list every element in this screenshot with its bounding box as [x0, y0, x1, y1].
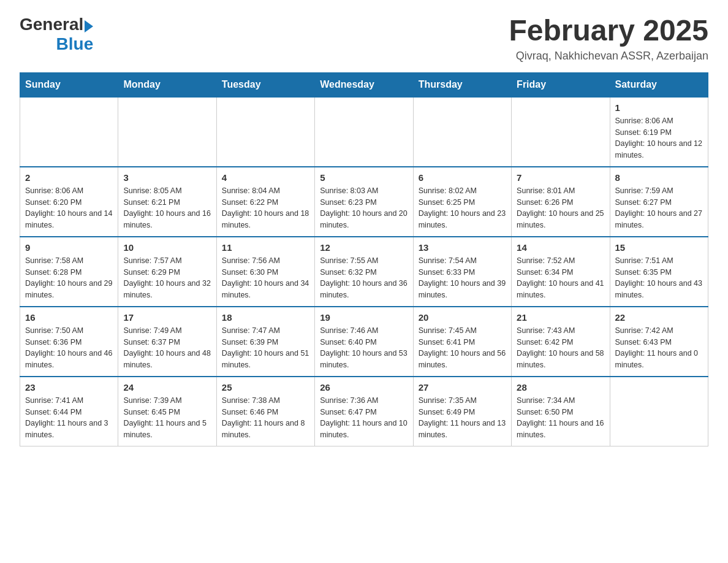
calendar-cell: 27Sunrise: 7:35 AMSunset: 6:49 PMDayligh… [413, 377, 511, 446]
logo-arrow-icon [85, 20, 93, 33]
day-info: Sunrise: 7:46 AMSunset: 6:40 PMDaylight:… [320, 325, 408, 371]
calendar-cell: 23Sunrise: 7:41 AMSunset: 6:44 PMDayligh… [20, 377, 118, 446]
page-title: February 2025 [509, 15, 708, 47]
day-number: 8 [615, 172, 703, 183]
day-info: Sunrise: 7:35 AMSunset: 6:49 PMDaylight:… [419, 395, 506, 441]
day-number: 22 [615, 312, 703, 323]
day-number: 17 [123, 312, 211, 323]
day-info: Sunrise: 7:50 AMSunset: 6:36 PMDaylight:… [25, 325, 113, 371]
day-info: Sunrise: 7:43 AMSunset: 6:42 PMDaylight:… [517, 325, 604, 371]
calendar-cell: 24Sunrise: 7:39 AMSunset: 6:45 PMDayligh… [118, 377, 216, 446]
day-info: Sunrise: 7:55 AMSunset: 6:32 PMDaylight:… [320, 255, 408, 301]
day-number: 3 [123, 172, 211, 183]
calendar-cell: 6Sunrise: 8:02 AMSunset: 6:25 PMDaylight… [413, 167, 511, 237]
calendar-week-row: 1Sunrise: 8:06 AMSunset: 6:19 PMDaylight… [20, 97, 708, 167]
calendar-cell: 15Sunrise: 7:51 AMSunset: 6:35 PMDayligh… [610, 237, 708, 307]
calendar-cell: 10Sunrise: 7:57 AMSunset: 6:29 PMDayligh… [118, 237, 216, 307]
calendar-cell: 18Sunrise: 7:47 AMSunset: 6:39 PMDayligh… [216, 307, 314, 377]
calendar-week-row: 16Sunrise: 7:50 AMSunset: 6:36 PMDayligh… [20, 307, 708, 377]
day-info: Sunrise: 8:05 AMSunset: 6:21 PMDaylight:… [123, 185, 211, 231]
day-info: Sunrise: 7:38 AMSunset: 6:46 PMDaylight:… [222, 395, 309, 441]
calendar-cell: 5Sunrise: 8:03 AMSunset: 6:23 PMDaylight… [315, 167, 413, 237]
calendar-header-monday: Monday [118, 72, 216, 97]
calendar-cell: 26Sunrise: 7:36 AMSunset: 6:47 PMDayligh… [315, 377, 413, 446]
calendar-header-thursday: Thursday [413, 72, 511, 97]
calendar-week-row: 9Sunrise: 7:58 AMSunset: 6:28 PMDaylight… [20, 237, 708, 307]
calendar-header-friday: Friday [512, 72, 610, 97]
calendar-cell: 17Sunrise: 7:49 AMSunset: 6:37 PMDayligh… [118, 307, 216, 377]
calendar-cell: 19Sunrise: 7:46 AMSunset: 6:40 PMDayligh… [315, 307, 413, 377]
day-number: 14 [517, 242, 604, 253]
day-number: 9 [25, 242, 113, 253]
day-number: 1 [615, 102, 703, 113]
day-info: Sunrise: 7:34 AMSunset: 6:50 PMDaylight:… [517, 395, 604, 441]
day-info: Sunrise: 7:59 AMSunset: 6:27 PMDaylight:… [615, 185, 703, 231]
page-header: General Blue February 2025 Qivraq, Nakhi… [20, 15, 708, 63]
calendar-cell: 25Sunrise: 7:38 AMSunset: 6:46 PMDayligh… [216, 377, 314, 446]
day-number: 18 [222, 312, 309, 323]
day-info: Sunrise: 7:49 AMSunset: 6:37 PMDaylight:… [123, 325, 211, 371]
day-number: 16 [25, 312, 113, 323]
day-info: Sunrise: 8:03 AMSunset: 6:23 PMDaylight:… [320, 185, 408, 231]
day-number: 12 [320, 242, 408, 253]
day-number: 11 [222, 242, 309, 253]
calendar-cell: 4Sunrise: 8:04 AMSunset: 6:22 PMDaylight… [216, 167, 314, 237]
calendar-header-row: SundayMondayTuesdayWednesdayThursdayFrid… [20, 72, 708, 97]
day-info: Sunrise: 7:42 AMSunset: 6:43 PMDaylight:… [615, 325, 703, 371]
page-subtitle: Qivraq, Nakhichevan ASSR, Azerbaijan [509, 50, 708, 63]
calendar-cell: 1Sunrise: 8:06 AMSunset: 6:19 PMDaylight… [610, 97, 708, 167]
day-info: Sunrise: 8:06 AMSunset: 6:19 PMDaylight:… [615, 115, 703, 161]
calendar-cell: 16Sunrise: 7:50 AMSunset: 6:36 PMDayligh… [20, 307, 118, 377]
day-number: 23 [25, 382, 113, 393]
calendar-cell: 12Sunrise: 7:55 AMSunset: 6:32 PMDayligh… [315, 237, 413, 307]
calendar-cell [315, 97, 413, 167]
day-number: 24 [123, 382, 211, 393]
day-number: 6 [419, 172, 506, 183]
day-number: 25 [222, 382, 309, 393]
calendar-week-row: 2Sunrise: 8:06 AMSunset: 6:20 PMDaylight… [20, 167, 708, 237]
day-info: Sunrise: 7:41 AMSunset: 6:44 PMDaylight:… [25, 395, 113, 441]
day-number: 21 [517, 312, 604, 323]
day-number: 2 [25, 172, 113, 183]
day-info: Sunrise: 7:47 AMSunset: 6:39 PMDaylight:… [222, 325, 309, 371]
calendar-table: SundayMondayTuesdayWednesdayThursdayFrid… [20, 72, 708, 446]
day-number: 4 [222, 172, 309, 183]
calendar-header-saturday: Saturday [610, 72, 708, 97]
calendar-cell: 20Sunrise: 7:45 AMSunset: 6:41 PMDayligh… [413, 307, 511, 377]
day-number: 26 [320, 382, 408, 393]
calendar-cell: 22Sunrise: 7:42 AMSunset: 6:43 PMDayligh… [610, 307, 708, 377]
day-info: Sunrise: 8:06 AMSunset: 6:20 PMDaylight:… [25, 185, 113, 231]
day-number: 13 [419, 242, 506, 253]
day-number: 10 [123, 242, 211, 253]
day-info: Sunrise: 8:01 AMSunset: 6:26 PMDaylight:… [517, 185, 604, 231]
day-info: Sunrise: 7:58 AMSunset: 6:28 PMDaylight:… [25, 255, 113, 301]
logo-blue-text: Blue [56, 34, 94, 54]
calendar-cell: 7Sunrise: 8:01 AMSunset: 6:26 PMDaylight… [512, 167, 610, 237]
calendar-cell: 11Sunrise: 7:56 AMSunset: 6:30 PMDayligh… [216, 237, 314, 307]
day-number: 15 [615, 242, 703, 253]
calendar-cell [413, 97, 511, 167]
day-number: 5 [320, 172, 408, 183]
day-info: Sunrise: 7:45 AMSunset: 6:41 PMDaylight:… [419, 325, 506, 371]
calendar-cell: 13Sunrise: 7:54 AMSunset: 6:33 PMDayligh… [413, 237, 511, 307]
calendar-cell: 2Sunrise: 8:06 AMSunset: 6:20 PMDaylight… [20, 167, 118, 237]
calendar-header: SundayMondayTuesdayWednesdayThursdayFrid… [20, 72, 708, 97]
day-info: Sunrise: 8:04 AMSunset: 6:22 PMDaylight:… [222, 185, 309, 231]
day-number: 20 [419, 312, 506, 323]
calendar-cell [610, 377, 708, 446]
calendar-header-wednesday: Wednesday [315, 72, 413, 97]
calendar-cell: 3Sunrise: 8:05 AMSunset: 6:21 PMDaylight… [118, 167, 216, 237]
calendar-cell [216, 97, 314, 167]
calendar-cell: 9Sunrise: 7:58 AMSunset: 6:28 PMDaylight… [20, 237, 118, 307]
calendar-cell: 21Sunrise: 7:43 AMSunset: 6:42 PMDayligh… [512, 307, 610, 377]
calendar-cell: 14Sunrise: 7:52 AMSunset: 6:34 PMDayligh… [512, 237, 610, 307]
day-number: 7 [517, 172, 604, 183]
calendar-cell: 8Sunrise: 7:59 AMSunset: 6:27 PMDaylight… [610, 167, 708, 237]
calendar-cell: 28Sunrise: 7:34 AMSunset: 6:50 PMDayligh… [512, 377, 610, 446]
day-number: 27 [419, 382, 506, 393]
title-block: February 2025 Qivraq, Nakhichevan ASSR, … [509, 15, 708, 63]
day-number: 28 [517, 382, 604, 393]
day-info: Sunrise: 7:54 AMSunset: 6:33 PMDaylight:… [419, 255, 506, 301]
calendar-header-sunday: Sunday [20, 72, 118, 97]
day-info: Sunrise: 8:02 AMSunset: 6:25 PMDaylight:… [419, 185, 506, 231]
